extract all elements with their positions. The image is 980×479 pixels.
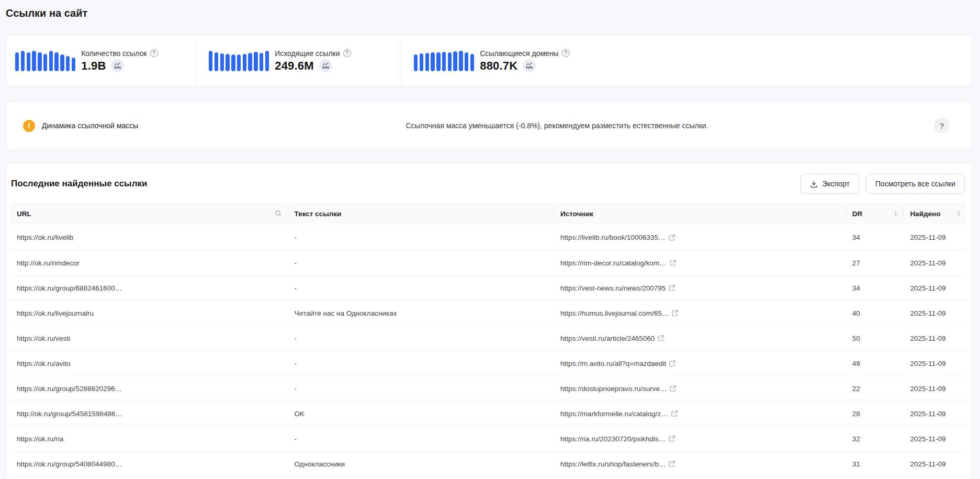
section-head: Последние найденные ссылки Экспорт Посмо… <box>6 163 972 194</box>
dr-cell: 22 <box>846 376 904 401</box>
link-text-cell: Читайте нас на Однокласниках <box>288 300 555 326</box>
external-link-icon[interactable] <box>669 385 677 392</box>
dr-cell: 27 <box>846 250 904 275</box>
download-icon <box>810 180 818 188</box>
link-text-cell: - <box>288 275 555 300</box>
source-cell: https://livelib.ru/book/10006335… <box>554 225 846 250</box>
found-cell: 2025-11-09 <box>904 250 967 275</box>
sparkline-bars <box>209 50 269 71</box>
spark-bar <box>420 53 423 71</box>
sparkline-bars <box>414 50 474 71</box>
spark-bar <box>425 53 429 71</box>
external-link-icon[interactable] <box>671 410 678 417</box>
source-url: https://vesti.ru/article/2465060 <box>560 335 655 342</box>
link-text-cell: - <box>288 225 555 250</box>
external-link-icon[interactable] <box>668 435 675 442</box>
source-link[interactable]: https://ria.ru/20230720/psikhdis… <box>560 435 675 443</box>
column-header-dr[interactable]: DR ▲ ▼ <box>846 202 904 225</box>
spark-bar <box>243 54 246 71</box>
source-link[interactable]: https://markformelle.ru/catalog/z… <box>560 410 678 418</box>
column-header-found[interactable]: Найдено ▲ ▼ <box>904 202 967 225</box>
table-body: https://ok.ru/livelib - https://livelib.… <box>10 225 967 476</box>
source-cell: https://rim-decor.ru/catalog/kom… <box>554 250 846 275</box>
page-title: Ссылки на сайт <box>6 6 972 20</box>
dr-cell: 31 <box>846 451 904 476</box>
spark-bar <box>465 52 468 71</box>
url-cell: https://ok.ru/group/5288820296… <box>10 376 288 401</box>
source-url: https://rim-decor.ru/catalog/kom… <box>560 259 667 267</box>
external-link-icon[interactable] <box>671 309 679 317</box>
warning-icon: ! <box>23 120 35 132</box>
mini-chart-icon <box>114 62 121 69</box>
table-row: http://ok.ru/rimdecor - https://rim-deco… <box>10 250 967 275</box>
found-cell: 2025-11-09 <box>904 326 967 351</box>
found-cell: 2025-11-09 <box>904 426 967 451</box>
chart-badge-button[interactable] <box>319 59 332 72</box>
spark-bar <box>453 51 457 71</box>
export-button[interactable]: Экспорт <box>801 174 859 194</box>
spark-bar <box>431 52 434 71</box>
external-link-icon[interactable] <box>669 259 677 266</box>
source-link[interactable]: https://dostupnoepravo.ru/surve… <box>560 385 677 393</box>
spark-bar <box>215 52 218 71</box>
chart-badge-button[interactable] <box>523 59 536 72</box>
source-url: https://livelib.ru/book/10006335… <box>560 233 665 241</box>
help-circle-icon[interactable]: ? <box>150 49 158 57</box>
spark-bar <box>15 52 19 71</box>
link-text-cell: - <box>288 326 555 351</box>
source-url: https://letfix.ru/shop/fasteners/b… <box>560 460 666 468</box>
metric-value: 1.9B <box>81 59 106 73</box>
spark-bar <box>459 51 463 71</box>
source-link[interactable]: https://humus.livejournal.com/65… <box>560 309 679 317</box>
spark-bar <box>21 51 25 71</box>
search-icon[interactable] <box>275 210 282 217</box>
dr-cell: 28 <box>846 401 904 426</box>
help-circle-icon[interactable]: ? <box>562 49 570 57</box>
source-cell: https://vest-news.ru/news/200795 <box>554 275 846 300</box>
sort-icons[interactable]: ▲ ▼ <box>894 210 897 217</box>
external-link-icon[interactable] <box>668 460 675 467</box>
column-header-url[interactable]: URL <box>10 202 288 225</box>
chart-badge-button[interactable] <box>111 59 124 72</box>
help-button[interactable]: ? <box>934 118 950 133</box>
source-link[interactable]: https://rim-decor.ru/catalog/kom… <box>560 259 677 267</box>
dr-cell: 34 <box>846 275 904 300</box>
source-cell: https://letfix.ru/shop/fasteners/b… <box>554 451 846 476</box>
found-cell: 2025-11-09 <box>904 451 967 476</box>
external-link-icon[interactable] <box>668 284 675 292</box>
link-text-cell: - <box>288 250 555 275</box>
column-label: Найдено <box>910 210 940 218</box>
url-cell: https://ok.ru/group/5408044980… <box>10 451 288 476</box>
source-url: https://humus.livejournal.com/65… <box>560 309 669 317</box>
spark-bar <box>448 52 452 71</box>
external-link-icon[interactable] <box>657 335 664 342</box>
found-cell: 2025-11-09 <box>904 401 967 426</box>
external-link-icon[interactable] <box>669 360 676 367</box>
source-cell: https://markformelle.ru/catalog/z… <box>554 401 846 426</box>
table-row: http://ok.ru/group/54581598486… OK https… <box>10 401 967 426</box>
source-link[interactable]: https://livelib.ru/book/10006335… <box>560 233 675 241</box>
sort-icons[interactable]: ▲ ▼ <box>957 210 961 217</box>
source-cell: https://humus.livejournal.com/65… <box>554 300 846 326</box>
view-all-links-button[interactable]: Посмотреть все ссылки <box>866 174 965 194</box>
source-url: https://m.avito.ru/all?q=mazdaedit <box>560 360 666 367</box>
source-link[interactable]: https://vesti.ru/article/2465060 <box>560 335 664 342</box>
table-row: https://ok.ru/livejournalru Читайте нас … <box>10 300 967 326</box>
metric-card-referring-domains: Ссылающиеся домены ? 880.7K <box>400 36 972 86</box>
source-cell: https://ria.ru/20230720/psikhdis… <box>554 426 846 451</box>
column-label: Текст ссылки <box>295 210 342 218</box>
source-link[interactable]: https://m.avito.ru/all?q=mazdaedit <box>560 360 676 367</box>
external-link-icon[interactable] <box>668 234 675 241</box>
page: Ссылки на сайт Количество ссылок ? 1.9B <box>0 0 980 479</box>
spark-bar <box>260 53 263 71</box>
source-cell: https://dostupnoepravo.ru/surve… <box>554 376 846 401</box>
metric-label: Исходящие ссылки <box>275 49 340 58</box>
source-link[interactable]: https://vest-news.ru/news/200795 <box>560 284 675 292</box>
metric-text: Исходящие ссылки ? 249.6M <box>275 49 351 73</box>
help-circle-icon[interactable]: ? <box>343 49 351 57</box>
notice-title: Динамика ссылочной массы <box>42 121 138 130</box>
url-cell: http://ok.ru/rimdecor <box>10 250 288 275</box>
source-link[interactable]: https://letfix.ru/shop/fasteners/b… <box>560 460 675 468</box>
spark-bar <box>237 54 241 71</box>
metric-value: 880.7K <box>480 59 517 73</box>
